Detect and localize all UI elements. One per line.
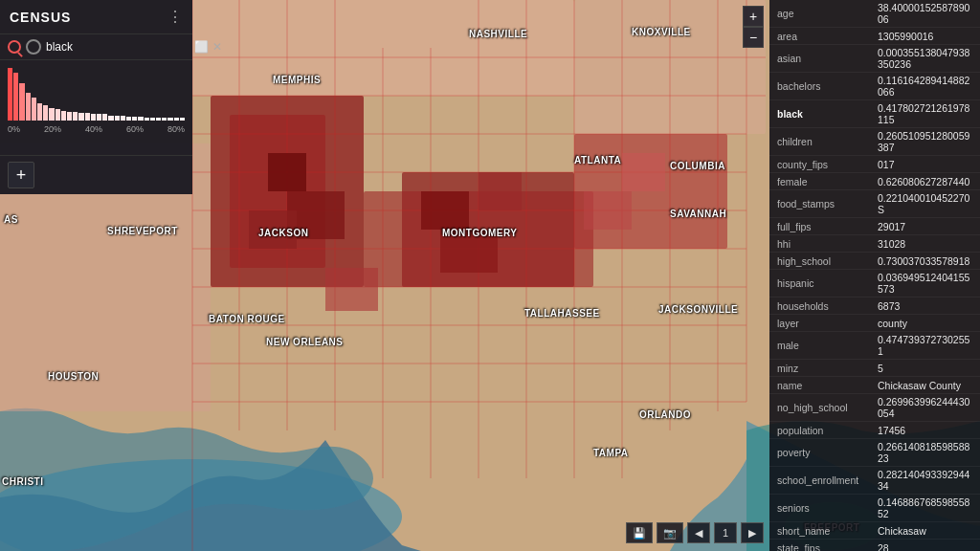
prop-key-state_fips: state_fips (777, 542, 878, 552)
hist-bar-24 (150, 118, 155, 121)
prop-val-school_enrollment: 0.282140493392944​34 (878, 469, 972, 492)
property-row-area: area1305990016 (769, 28, 980, 45)
prop-val-layer: county (878, 318, 907, 329)
axis-label-2: 40% (85, 124, 102, 134)
svg-rect-33 (268, 153, 306, 191)
next-button[interactable]: ▶ (741, 522, 764, 543)
zoom-out-button[interactable]: − (743, 27, 764, 48)
property-row-county_fips: county_fips017 (769, 156, 980, 173)
property-row-name: nameChickasaw County (769, 377, 980, 394)
prop-key-female: female (777, 176, 878, 187)
bottom-toolbar: 💾 📷 ◀ 1 ▶ (626, 522, 764, 543)
histogram-axis: 0% 20% 40% 60% 80% (8, 124, 185, 134)
hist-bar-13 (85, 113, 90, 121)
prop-key-high_school: high_school (777, 255, 878, 267)
svg-rect-40 (584, 191, 632, 230)
save-toolbar-button[interactable]: 💾 (626, 522, 653, 543)
page-indicator: 1 (714, 522, 737, 543)
search-input[interactable] (46, 40, 189, 54)
hist-bar-10 (67, 112, 72, 121)
property-row-households: households6873 (769, 298, 980, 315)
property-row-hhi: hhi31028 (769, 235, 980, 253)
hist-bar-23 (145, 118, 149, 121)
hist-bar-25 (156, 118, 161, 121)
prop-key-area: area (777, 31, 878, 42)
prop-key-name: name (777, 380, 878, 391)
prop-key-households: households (777, 300, 878, 312)
zoom-in-button[interactable]: + (743, 6, 764, 27)
app-title: CENSUS (10, 10, 71, 25)
axis-label-0: 0% (8, 124, 20, 134)
properties-panel: age38.4000015258789006area1305990016asia… (769, 0, 980, 551)
prev-button[interactable]: ◀ (687, 522, 710, 543)
hist-bar-9 (61, 111, 66, 121)
property-row-full_fips: full_fips29017 (769, 218, 980, 235)
hist-bar-1 (13, 73, 18, 121)
screenshot-button[interactable]: 📷 (657, 522, 683, 543)
property-row-minz: minz5 (769, 360, 980, 377)
property-row-asian: asian0.000355138047938350236 (769, 45, 980, 73)
hist-bar-21 (132, 117, 137, 121)
prop-val-county_fips: 017 (878, 159, 895, 170)
hist-bar-15 (97, 114, 101, 121)
property-row-bachelors: bachelors0.116164289414882066 (769, 73, 980, 100)
left-panel: CENSUS ⋮ ⬜ ✕ 0% 20% 40% 60% 80% + (0, 0, 192, 194)
prop-key-school_enrollment: school_enrollment (777, 474, 878, 486)
svg-rect-38 (479, 172, 522, 210)
prop-val-name: Chickasaw County (878, 380, 961, 391)
prop-val-hhi: 31028 (878, 238, 905, 250)
hist-bar-27 (167, 118, 172, 121)
prop-key-black: black (777, 108, 878, 120)
property-row-high_school: high_school0.730037033578918 (769, 253, 980, 270)
property-row-female: female0.626080627287440 (769, 173, 980, 190)
prop-val-minz: 5 (878, 363, 883, 374)
prop-val-full_fips: 29017 (878, 221, 905, 232)
axis-label-4: 80% (167, 124, 185, 134)
prop-key-county_fips: county_fips (777, 159, 878, 170)
hist-bar-20 (126, 117, 131, 121)
prop-key-food_stamps: food_stamps (777, 198, 878, 209)
property-row-no_high_school: no_high_school0.269963996244430054 (769, 394, 980, 422)
prop-val-children: 0.260510951280059387 (878, 130, 972, 153)
prop-val-hispanic: 0.0369495124041555​73 (878, 272, 972, 295)
prop-val-black: 0.417802721261978115 (878, 102, 972, 125)
prop-key-asian: asian (777, 53, 878, 64)
add-layer-button[interactable]: + (8, 162, 34, 188)
prop-val-no_high_school: 0.269963996244430054 (878, 396, 972, 419)
prop-key-children: children (777, 136, 878, 147)
prop-key-male: male (777, 340, 878, 351)
svg-rect-39 (325, 268, 378, 311)
save-icon[interactable]: ⬜ (194, 40, 208, 54)
layer-icon (26, 39, 41, 55)
property-row-school_enrollment: school_enrollment0.282140493392944​34 (769, 467, 980, 495)
hist-bar-6 (43, 105, 48, 121)
prop-key-minz: minz (777, 363, 878, 374)
hist-bar-0 (8, 68, 12, 121)
prop-key-hispanic: hispanic (777, 277, 878, 289)
hist-bar-22 (138, 117, 143, 121)
svg-rect-41 (622, 153, 665, 191)
histogram-bars (8, 65, 185, 122)
prop-val-state_fips: 28 (878, 542, 889, 552)
hist-bar-3 (26, 93, 31, 121)
prop-val-high_school: 0.730037033578918 (878, 255, 969, 267)
prop-key-poverty: poverty (777, 447, 878, 458)
prop-val-poverty: 0.266140818598588​23 (878, 441, 972, 464)
more-menu-icon[interactable]: ⋮ (167, 8, 183, 26)
property-row-poverty: poverty0.266140818598588​23 (769, 439, 980, 467)
prop-key-hhi: hhi (777, 238, 878, 250)
prop-val-female: 0.626080627287440 (878, 176, 969, 187)
property-row-state_fips: state_fips28 (769, 540, 980, 551)
close-icon[interactable]: ✕ (212, 40, 226, 54)
property-row-hispanic: hispanic0.0369495124041555​73 (769, 270, 980, 298)
prop-val-age: 38.4000015258789006 (878, 2, 972, 25)
property-row-black: black0.417802721261978115 (769, 100, 980, 128)
hist-bar-16 (102, 114, 107, 121)
hist-bar-4 (32, 98, 36, 121)
search-icon (8, 40, 21, 54)
prop-val-households: 6873 (878, 300, 900, 312)
prop-key-no_high_school: no_high_school (777, 402, 878, 413)
hist-bar-26 (162, 118, 167, 121)
histogram-chart: 0% 20% 40% 60% 80% (8, 65, 185, 132)
zoom-controls: + − (743, 6, 764, 48)
